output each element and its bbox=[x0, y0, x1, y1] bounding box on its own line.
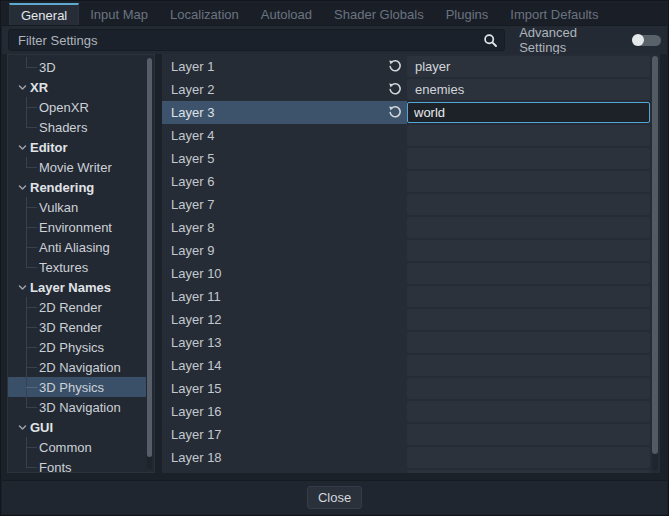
layer-label-cell: Layer 15 bbox=[162, 377, 407, 400]
sidebar-item-environment[interactable]: Environment bbox=[8, 217, 146, 237]
layer-value-cell bbox=[407, 239, 650, 262]
collapse-arrow-icon[interactable] bbox=[16, 141, 28, 153]
layer-value-field[interactable] bbox=[407, 217, 650, 238]
layer-row[interactable]: Layer 10 bbox=[162, 262, 650, 285]
layer-value-field[interactable] bbox=[407, 125, 650, 146]
layer-row[interactable]: Layer 12 bbox=[162, 308, 650, 331]
layer-value-field[interactable] bbox=[407, 332, 650, 353]
layer-value-field[interactable] bbox=[407, 240, 650, 261]
layer-value-field[interactable] bbox=[407, 355, 650, 376]
tab-shader-globals[interactable]: Shader Globals bbox=[323, 3, 435, 25]
layer-value-field[interactable] bbox=[407, 309, 650, 330]
sidebar-item-label: GUI bbox=[30, 420, 53, 435]
sidebar-item-movie-writer[interactable]: Movie Writer bbox=[8, 157, 146, 177]
tab-general[interactable]: General bbox=[9, 3, 79, 25]
layer-row[interactable]: Layer 4 bbox=[162, 124, 650, 147]
main-scrollbar[interactable] bbox=[652, 56, 658, 471]
sidebar-item-editor[interactable]: Editor bbox=[8, 137, 146, 157]
sidebar-item-3d-navigation[interactable]: 3D Navigation bbox=[8, 397, 146, 417]
revert-icon[interactable] bbox=[388, 105, 403, 120]
revert-icon[interactable] bbox=[388, 59, 403, 74]
advanced-settings-toggle[interactable] bbox=[632, 35, 661, 46]
layer-value-field[interactable] bbox=[407, 148, 650, 169]
sidebar-scrollbar[interactable] bbox=[147, 58, 152, 469]
layer-value-field[interactable] bbox=[407, 194, 650, 215]
sidebar-item-textures[interactable]: Textures bbox=[8, 257, 146, 277]
search-box[interactable] bbox=[8, 29, 505, 51]
sidebar-item-anti-aliasing[interactable]: Anti Aliasing bbox=[8, 237, 146, 257]
layer-row[interactable]: Layer 2enemies bbox=[162, 78, 650, 101]
sidebar-item-fonts[interactable]: Fonts bbox=[8, 457, 146, 473]
layer-row[interactable]: Layer 19 bbox=[162, 469, 650, 473]
sidebar-item-rendering[interactable]: Rendering bbox=[8, 177, 146, 197]
layer-label-cell: Layer 16 bbox=[162, 400, 407, 423]
tree-line bbox=[26, 337, 39, 357]
layer-row[interactable]: Layer 3 bbox=[162, 101, 650, 124]
tree-line bbox=[26, 317, 39, 337]
layer-row[interactable]: Layer 9 bbox=[162, 239, 650, 262]
layer-value-cell bbox=[407, 377, 650, 400]
sidebar-item-3d[interactable]: 3D bbox=[8, 57, 146, 77]
layer-value-field[interactable] bbox=[407, 171, 650, 192]
layer-value-input[interactable] bbox=[407, 102, 650, 123]
layer-row[interactable]: Layer 14 bbox=[162, 354, 650, 377]
layer-label: Layer 12 bbox=[171, 312, 222, 327]
layer-value-field[interactable] bbox=[407, 447, 650, 468]
tab-import-defaults[interactable]: Import Defaults bbox=[499, 3, 609, 25]
layer-value-field[interactable] bbox=[407, 286, 650, 307]
sidebar-item-label: 3D Render bbox=[39, 320, 102, 335]
layer-row[interactable]: Layer 16 bbox=[162, 400, 650, 423]
collapse-arrow-icon[interactable] bbox=[16, 81, 28, 93]
sidebar-item-xr[interactable]: XR bbox=[8, 77, 146, 97]
sidebar-item-shaders[interactable]: Shaders bbox=[8, 117, 146, 137]
layer-value-field[interactable]: player bbox=[407, 56, 650, 77]
layer-value-field[interactable] bbox=[407, 263, 650, 284]
layer-value-cell: enemies bbox=[407, 78, 650, 101]
layer-row[interactable]: Layer 7 bbox=[162, 193, 650, 216]
sidebar-item-3d-render[interactable]: 3D Render bbox=[8, 317, 146, 337]
layer-row[interactable]: Layer 15 bbox=[162, 377, 650, 400]
content-area: 3DXROpenXRShadersEditorMovie WriterRende… bbox=[2, 54, 667, 480]
close-button[interactable]: Close bbox=[307, 486, 362, 509]
layer-row[interactable]: Layer 13 bbox=[162, 331, 650, 354]
layer-row[interactable]: Layer 11 bbox=[162, 285, 650, 308]
collapse-arrow-icon[interactable] bbox=[16, 281, 28, 293]
tab-autoload[interactable]: Autoload bbox=[250, 3, 323, 25]
layer-value-field[interactable]: enemies bbox=[407, 79, 650, 100]
layer-value-field[interactable] bbox=[407, 424, 650, 445]
layer-row[interactable]: Layer 1player bbox=[162, 55, 650, 78]
layer-row[interactable]: Layer 18 bbox=[162, 446, 650, 469]
tab-plugins[interactable]: Plugins bbox=[435, 3, 500, 25]
layer-value-field[interactable] bbox=[407, 401, 650, 422]
sidebar-scrollbar-thumb[interactable] bbox=[147, 58, 152, 457]
layer-row[interactable]: Layer 5 bbox=[162, 147, 650, 170]
layer-value-cell bbox=[407, 308, 650, 331]
layer-label-cell: Layer 19 bbox=[162, 469, 407, 473]
layer-value-field[interactable] bbox=[407, 470, 650, 473]
sidebar-item-3d-physics[interactable]: 3D Physics bbox=[8, 377, 146, 397]
layer-value-cell bbox=[407, 262, 650, 285]
collapse-arrow-icon[interactable] bbox=[16, 181, 28, 193]
layer-row[interactable]: Layer 6 bbox=[162, 170, 650, 193]
layer-value-cell bbox=[407, 193, 650, 216]
collapse-arrow-icon[interactable] bbox=[16, 421, 28, 433]
sidebar-item-2d-physics[interactable]: 2D Physics bbox=[8, 337, 146, 357]
layer-value-field[interactable] bbox=[407, 378, 650, 399]
sidebar-item-common[interactable]: Common bbox=[8, 437, 146, 457]
layer-names-panel: Layer 1playerLayer 2enemiesLayer 3Layer … bbox=[162, 54, 660, 473]
sidebar-item-layer-names[interactable]: Layer Names bbox=[8, 277, 146, 297]
sidebar-item-2d-render[interactable]: 2D Render bbox=[8, 297, 146, 317]
tab-input-map[interactable]: Input Map bbox=[79, 3, 159, 25]
sidebar-item-vulkan[interactable]: Vulkan bbox=[8, 197, 146, 217]
revert-icon[interactable] bbox=[388, 82, 403, 97]
sidebar-item-gui[interactable]: GUI bbox=[8, 417, 146, 437]
search-input[interactable] bbox=[9, 33, 504, 48]
layer-label-cell: Layer 17 bbox=[162, 423, 407, 446]
layer-label-cell: Layer 6 bbox=[162, 170, 407, 193]
sidebar-item-2d-navigation[interactable]: 2D Navigation bbox=[8, 357, 146, 377]
sidebar-item-openxr[interactable]: OpenXR bbox=[8, 97, 146, 117]
layer-row[interactable]: Layer 8 bbox=[162, 216, 650, 239]
tab-localization[interactable]: Localization bbox=[159, 3, 250, 25]
layer-row[interactable]: Layer 17 bbox=[162, 423, 650, 446]
main-scrollbar-thumb[interactable] bbox=[652, 56, 658, 454]
